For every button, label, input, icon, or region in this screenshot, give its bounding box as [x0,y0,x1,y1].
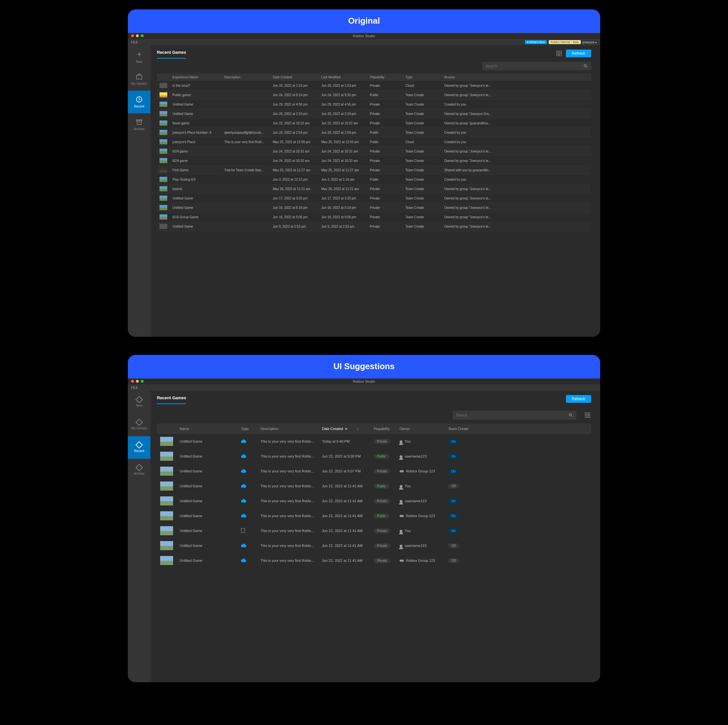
col-playability[interactable]: Playability [367,74,403,81]
game-thumbnail [160,497,173,506]
cell-playability: Private [367,203,403,212]
search-input[interactable] [456,413,569,417]
sidebar-item-recent[interactable]: Recent [128,90,150,113]
cell-name: Untitled Game [170,222,222,231]
table-row[interactable]: Untitled GameJun 29, 2022 at 4:56 pmJun … [157,100,591,109]
table-row[interactable]: Untitled GameJun 17, 2022 at 3:25 pmJun … [157,194,591,203]
cell-type: Team Create [403,90,442,100]
cell-type: Cloud [403,137,442,147]
refresh-button[interactable]: Refresh [566,49,591,57]
sidebar-item-my-games[interactable]: My Games [128,414,150,436]
col-thumb[interactable] [157,74,170,81]
col-created[interactable]: Date Created↓ [319,423,370,434]
sidebar: New My Games Recent Archive [128,391,150,682]
col-access[interactable]: Access [442,74,591,81]
cell-created: Jun 22, 2022 at 11:41 AM [319,538,370,553]
col-type[interactable]: Type [238,423,257,434]
table-row[interactable]: Untitled GameJun 28, 2022 at 2:18 pmJun … [157,109,591,118]
table-row[interactable]: Untitled GameThis is your very very firs… [157,523,591,538]
cell-desc: This is your very very first Roblo... [257,538,319,553]
table-row[interactable]: Untitled GameThis is your very very firs… [157,464,591,478]
grid-view-button[interactable] [584,412,591,419]
cell-playability: Private [367,184,403,194]
window-title: Roblox Studio [128,34,600,38]
cell-created: Jun 16, 2022 at 5:06 pm [270,212,319,222]
search-box[interactable] [482,62,591,70]
traffic-lights[interactable] [131,380,144,383]
table-row[interactable]: Untitled GameThis is your very very firs… [157,553,591,568]
sidebar-item-archive[interactable]: Archive [128,113,150,136]
table-row[interactable]: is this local?Jun 28, 2022 at 1:53 pmJun… [157,81,591,90]
grid-view-button[interactable] [555,50,563,57]
cell-team: On [445,508,591,523]
cell-created: Today at 5:40 PM [319,434,370,449]
col-name[interactable]: Name [176,423,238,434]
table-row[interactable]: Untitled GameThis is your very very firs… [157,478,591,494]
refresh-button[interactable]: Refresh [566,395,591,403]
sidebar-item-archive[interactable]: Archive [128,459,150,481]
table-header: Name Type Description Date Created↓ Play… [157,423,591,434]
table-row[interactable]: 6/24 gameJun 24, 2022 at 10:32 amJun 24,… [157,156,591,166]
cell-access: Owned by group "Jowoyce's te... [442,184,591,194]
cell-desc [222,90,270,100]
table-row[interactable]: jowoyce's Place Number: 8qwertyuiopasdfg… [157,128,591,137]
table-row[interactable]: Untitled GameThis is your very very firs… [157,538,591,553]
col-modified[interactable]: Last Modified [319,74,367,81]
user-menu[interactable]: jowoyce [583,40,597,44]
game-thumbnail [160,437,173,446]
sidebar-item-recent[interactable]: Recent [128,436,150,459]
sidebar: + New My Games Recent Archive [128,45,150,337]
sidebar-item-my-games[interactable]: My Games [128,68,150,90]
table-row[interactable]: Public game!Jun 24, 2022 at 9:14 pmJun 2… [157,90,591,100]
sidebar-item-new[interactable]: New [128,391,150,414]
cell-desc [222,194,270,203]
table-row[interactable]: testestMay 26, 2022 at 11:21 amMay 26, 2… [157,184,591,194]
table-row[interactable]: Untitled GameJun 9, 2022 at 2:53 pmJun 9… [157,222,591,231]
col-desc[interactable]: Description [222,74,270,81]
table-row[interactable]: beast gameJun 22, 2022 at 10:22 amJun 22… [157,118,591,128]
col-desc[interactable]: Description [257,423,319,434]
diamond-icon [136,441,143,449]
cell-name: testest [170,184,222,194]
cell-team: On [445,523,591,538]
col-name[interactable]: Experience Name [170,74,222,81]
search-box[interactable] [453,411,576,420]
col-team-create[interactable]: Team Create [445,423,591,434]
table-row[interactable]: Untitled GameThis is your very very firs… [157,449,591,464]
table-row[interactable]: jowoyce's PlaceThis is your very first R… [157,137,591,147]
table-row[interactable]: Untitled GameJun 16, 2022 at 5:18 pmJun … [157,203,591,212]
tab-recent-games[interactable]: Recent Games [157,48,186,58]
badge-whats-new[interactable]: ● What's New [525,40,547,44]
cell-name: beast game [170,118,222,128]
table-row[interactable]: Untitled GameThis is your very very firs… [157,434,591,449]
table-row[interactable]: Untitled GameThis is your very very firs… [157,508,591,523]
game-thumbnail [160,556,173,565]
tab-recent-games[interactable]: Recent Games [157,394,186,404]
cell-modified: Jun 9, 2022 at 2:53 pm [319,222,367,231]
table-row[interactable]: 6/16 Group GameJun 16, 2022 at 5:06 pmJu… [157,212,591,222]
game-thumbnail [159,186,167,192]
col-playability[interactable]: Playability [370,423,396,434]
cell-access: Owned by group "Jowoyce's te... [442,81,591,90]
col-thumb[interactable] [157,423,176,434]
cell-created: Jun 22, 2022 at 11:41 AM [319,478,370,494]
search-input[interactable] [486,64,583,68]
cell-owner: Roblox Group 123 [396,508,445,523]
col-type[interactable]: Type [403,74,442,81]
cell-desc [222,109,270,118]
col-owner[interactable]: Owner [396,423,445,434]
menu-file[interactable]: FILE [131,40,138,44]
cell-playability: Private [367,118,403,128]
sidebar-item-new[interactable]: + New [128,45,150,68]
cell-created: Jun 9, 2022 at 2:53 pm [270,222,319,231]
table-row[interactable]: First GameTrial for Team Create feat...M… [157,166,591,175]
cell-desc [222,212,270,222]
traffic-lights[interactable] [131,34,144,37]
cell-created: Jun 22, 2022 at 5:07 PM [319,464,370,478]
col-created[interactable]: Date Created [270,74,319,81]
table-row[interactable]: Untitled GameThis is your very very firs… [157,494,591,508]
table-row[interactable]: 6/24 gameJun 24, 2022 at 10:31 amJun 24,… [157,147,591,156]
menu-file[interactable]: FILE [131,386,138,389]
table-row[interactable]: Play-Testing 6/3Jun 3, 2022 at 12:12 pmJ… [157,175,591,184]
cell-created: Jun 28, 2022 at 1:53 pm [270,81,319,90]
